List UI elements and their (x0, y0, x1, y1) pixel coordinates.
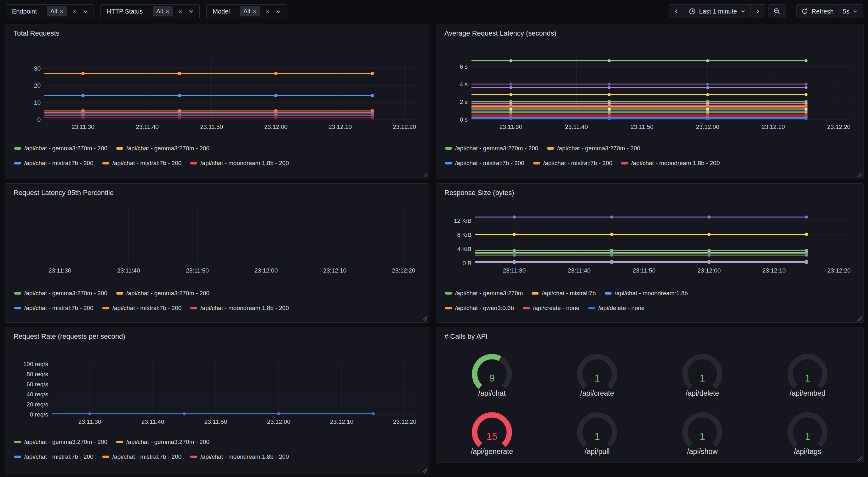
response-size-chart[interactable]: 0 B4 KiB8 KiB12 KiB23:11:3023:11:4023:11… (441, 201, 858, 277)
panel-resize-handle[interactable] (857, 173, 862, 177)
clear-selection-icon[interactable]: × (178, 8, 183, 15)
chip-text: All (156, 8, 163, 15)
refresh-button[interactable]: Refresh (797, 5, 838, 18)
filter-model[interactable]: Model All × × (206, 4, 287, 18)
time-shift-forward-button[interactable] (750, 5, 765, 18)
legend-item[interactable]: /api/chat - moondream:1.8b - 200 (190, 160, 289, 167)
total-requests-chart[interactable]: 010203023:11:3023:11:4023:11:5023:12:002… (10, 46, 424, 139)
panel-resize-handle[interactable] (423, 316, 427, 321)
legend-swatch-icon (102, 307, 109, 309)
legend-item[interactable]: /api/chat - gemma3:270m - 200 (14, 439, 107, 446)
series-point (608, 59, 611, 62)
legend-item[interactable]: /api/chat - gemma3:270m - 200 (547, 145, 640, 152)
legend-label: /api/chat - gemma3:270m - 200 (24, 145, 107, 152)
legend-swatch-icon (445, 147, 452, 150)
panel-resize-handle[interactable] (423, 173, 427, 177)
legend-swatch-icon (621, 162, 628, 165)
y-axis-tick-label: 60 req/s (27, 381, 48, 388)
legend-item[interactable]: /api/chat - moondream:1.8b - 200 (190, 305, 289, 311)
legend-label: /api/chat - mistral:7b - 200 (24, 160, 94, 167)
legend-item[interactable]: /api/chat - gemma3:270m - 200 (116, 145, 210, 152)
series-point (707, 215, 711, 219)
gauge-title: /api/show (687, 447, 717, 456)
legend-item[interactable]: /api/chat - gemma3:270m - 200 (445, 145, 538, 152)
gauge-value: 15 (487, 431, 497, 442)
series-point (81, 116, 85, 119)
chevron-down-icon[interactable] (275, 8, 282, 14)
legend-item[interactable]: /api/chat - mistral:7b - 200 (102, 453, 182, 460)
latency-95th-chart[interactable]: 23:11:3023:11:4023:11:5023:12:0023:12:10… (10, 201, 424, 277)
legend-item[interactable]: /api/chat - mistral:7b - 200 (102, 160, 182, 167)
legend-item[interactable]: /api/chat - mistral:7b - 200 (102, 305, 182, 311)
time-shift-back-button[interactable] (669, 5, 684, 18)
x-axis-tick-label: 23:11:50 (186, 267, 209, 274)
gauge-title: /api/tags (794, 447, 822, 456)
series-point (805, 261, 808, 264)
refresh-interval-button[interactable]: 5s (838, 5, 863, 18)
legend-item[interactable]: /api/chat - mistral:7b - 200 (14, 160, 94, 167)
series-point (804, 118, 808, 121)
legend-row: /api/chat - mistral:7b - 200/api/chat - … (14, 156, 289, 171)
refresh-group: Refresh 5s (796, 4, 863, 18)
panel-title[interactable]: Request Rate (requests per second) (13, 332, 125, 340)
filter-http-status[interactable]: HTTP Status All × × (100, 4, 200, 18)
legend-item[interactable]: /api/chat - gemma3:270m - 200 (14, 290, 107, 297)
time-range-picker-button[interactable]: Last 1 minute (684, 5, 750, 18)
legend-item[interactable]: /api/chat - mistral:7b (532, 290, 595, 297)
filter-endpoint[interactable]: Endpoint All × × (6, 4, 94, 18)
legend-item[interactable]: /api/chat - gemma3:270m (445, 290, 523, 297)
chevron-down-icon[interactable] (82, 8, 89, 14)
gauge-value-arc (475, 357, 500, 387)
legend-item[interactable]: /api/chat - gemma3:270m - 200 (14, 145, 107, 152)
zoom-out-time-button[interactable] (769, 5, 785, 18)
panel-resize-handle[interactable] (423, 468, 427, 473)
filter-value-chip[interactable]: All × (153, 6, 173, 17)
panel-resize-handle[interactable] (857, 316, 862, 321)
refresh-icon (801, 7, 808, 15)
legend-item[interactable]: /api/chat - mistral:7b - 200 (14, 305, 94, 311)
chip-remove-icon[interactable]: × (253, 8, 256, 14)
legend-item[interactable]: /api/chat - gemma3:270m - 200 (116, 439, 210, 446)
gauge-api-embed: 1/api/embed (755, 344, 860, 402)
panel-title[interactable]: Response Size (bytes) (444, 189, 514, 197)
series-point (706, 93, 709, 96)
legend-item[interactable]: /api/create - none (523, 305, 580, 311)
chip-remove-icon[interactable]: × (166, 8, 169, 14)
filter-endpoint-value[interactable]: All × × (43, 5, 94, 18)
refresh-label: Refresh (812, 8, 834, 15)
filter-model-value[interactable]: All × × (236, 5, 287, 18)
legend-row: /api/chat - mistral:7b - 200/api/chat - … (14, 449, 289, 464)
legend-item[interactable]: /api/chat - mistral:7b - 200 (445, 160, 524, 167)
series-point (608, 83, 611, 86)
y-axis-tick-label: 4 s (460, 81, 468, 88)
panel-title[interactable]: # Calls by API (444, 332, 488, 340)
filter-value-chip[interactable]: All × (240, 6, 260, 17)
legend-item[interactable]: /api/chat - moondream:1.8b - 200 (190, 453, 289, 460)
legend-item[interactable]: /api/delete - none (588, 305, 645, 311)
clear-selection-icon[interactable]: × (72, 8, 77, 15)
zoom-out-group (769, 4, 785, 18)
panel-title[interactable]: Request Latency 95th Percentile (13, 189, 114, 197)
panel-title[interactable]: Average Request Latency (seconds) (444, 29, 556, 37)
legend-item[interactable]: /api/chat - qwen3:0.6b (445, 305, 514, 311)
request-rate-chart[interactable]: 0 req/s20 req/s40 req/s60 req/s80 req/s1… (10, 345, 424, 429)
legend-item[interactable]: /api/chat - mistral:7b - 200 (533, 160, 613, 167)
series-point (81, 94, 85, 97)
gauge-value: 1 (700, 431, 705, 442)
legend-item[interactable]: /api/chat - moondream:1.8b (605, 290, 688, 297)
filter-value-chip[interactable]: All × (47, 6, 67, 17)
series-point (706, 86, 709, 89)
gauge-api-show: 1/api/show (650, 402, 755, 460)
legend-item[interactable]: /api/chat - mistral:7b - 200 (14, 453, 94, 460)
legend-item[interactable]: /api/chat - gemma3:270m - 200 (116, 290, 210, 297)
panel-title[interactable]: Total Requests (13, 29, 60, 37)
average-latency-chart[interactable]: 0 s2 s4 s6 s23:11:3023:11:4023:11:5023:1… (441, 46, 858, 139)
clear-selection-icon[interactable]: × (265, 8, 270, 15)
panel-resize-handle[interactable] (857, 456, 862, 461)
chip-remove-icon[interactable]: × (60, 8, 63, 14)
filter-http-status-value[interactable]: All × × (149, 5, 199, 18)
chevron-down-icon[interactable] (188, 8, 194, 14)
y-axis-tick-label: 6 s (460, 63, 468, 70)
x-axis-tick-label: 23:12:00 (696, 123, 719, 130)
legend-item[interactable]: /api/chat - moondream:1.8b - 200 (621, 160, 720, 167)
